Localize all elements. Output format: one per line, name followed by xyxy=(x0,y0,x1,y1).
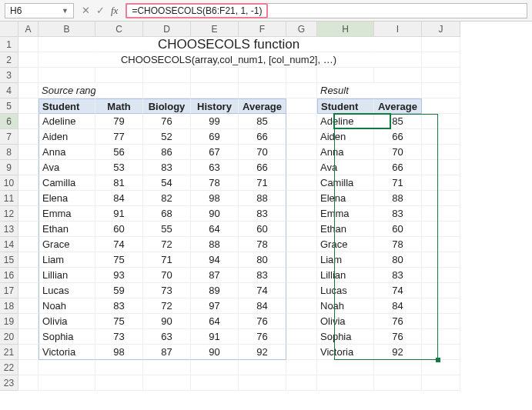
row-header[interactable]: 13 xyxy=(0,222,18,237)
cell[interactable] xyxy=(317,375,374,391)
cell[interactable] xyxy=(422,114,460,129)
cell[interactable] xyxy=(191,360,239,375)
score-cell[interactable]: 76 xyxy=(239,314,286,329)
cell[interactable] xyxy=(286,345,317,360)
col-header[interactable]: G xyxy=(286,22,317,37)
result-value[interactable]: 76 xyxy=(374,314,422,329)
score-cell[interactable]: 83 xyxy=(239,268,286,283)
score-cell[interactable]: 90 xyxy=(191,345,239,360)
cell[interactable] xyxy=(38,360,95,375)
cell[interactable] xyxy=(18,175,38,191)
result-value[interactable]: 92 xyxy=(374,345,422,360)
cell[interactable] xyxy=(18,160,38,175)
score-cell[interactable]: 83 xyxy=(143,160,191,175)
score-cell[interactable]: 53 xyxy=(95,160,143,175)
cell[interactable] xyxy=(286,329,317,345)
score-cell[interactable]: 66 xyxy=(239,129,286,145)
cell[interactable] xyxy=(286,222,317,237)
cell[interactable] xyxy=(286,237,317,252)
result-name[interactable]: Aiden xyxy=(317,129,374,145)
cell[interactable] xyxy=(422,222,460,237)
cell[interactable] xyxy=(422,360,460,375)
score-cell[interactable]: 76 xyxy=(239,329,286,345)
result-name[interactable]: Sophia xyxy=(317,329,374,345)
score-cell[interactable]: 56 xyxy=(95,145,143,160)
cell[interactable] xyxy=(422,129,460,145)
row-header[interactable]: 5 xyxy=(0,98,18,114)
score-cell[interactable]: 70 xyxy=(239,145,286,160)
student-name[interactable]: Elena xyxy=(38,191,95,206)
cell[interactable] xyxy=(286,68,317,83)
student-name[interactable]: Grace xyxy=(38,237,95,252)
score-cell[interactable]: 60 xyxy=(239,222,286,237)
student-name[interactable]: Lucas xyxy=(38,283,95,298)
score-cell[interactable]: 78 xyxy=(239,237,286,252)
cell[interactable] xyxy=(18,237,38,252)
row-header[interactable]: 16 xyxy=(0,268,18,283)
cell[interactable]: CHOOSECOLS(array,col_num1, [col_num2], …… xyxy=(143,52,191,68)
cell[interactable] xyxy=(191,68,239,83)
cell[interactable] xyxy=(95,360,143,375)
result-value[interactable]: 78 xyxy=(374,237,422,252)
result-name[interactable]: Anna xyxy=(317,145,374,160)
cell[interactable] xyxy=(422,206,460,222)
result-name[interactable]: Lucas xyxy=(317,283,374,298)
cell[interactable] xyxy=(286,314,317,329)
fx-icon[interactable]: fx xyxy=(111,5,118,17)
score-cell[interactable]: 85 xyxy=(239,114,286,129)
cell[interactable] xyxy=(286,206,317,222)
cell[interactable] xyxy=(422,191,460,206)
score-cell[interactable]: 75 xyxy=(95,252,143,268)
score-cell[interactable]: 72 xyxy=(143,237,191,252)
cancel-icon[interactable]: ✕ xyxy=(82,5,90,16)
cell[interactable] xyxy=(422,329,460,345)
result-name[interactable]: Victoria xyxy=(317,345,374,360)
score-cell[interactable]: 54 xyxy=(143,175,191,191)
cell[interactable] xyxy=(143,360,191,375)
cell[interactable] xyxy=(18,252,38,268)
result-value[interactable]: 84 xyxy=(374,298,422,314)
result-value[interactable]: 70 xyxy=(374,145,422,160)
col-header[interactable]: F xyxy=(239,22,286,37)
cell[interactable] xyxy=(191,375,239,391)
col-header[interactable]: J xyxy=(422,22,460,37)
cell[interactable] xyxy=(286,160,317,175)
score-cell[interactable]: 99 xyxy=(191,114,239,129)
cell[interactable] xyxy=(422,237,460,252)
col-header[interactable]: I xyxy=(374,22,422,37)
score-cell[interactable]: 94 xyxy=(191,252,239,268)
cell[interactable] xyxy=(422,98,460,114)
formula-input[interactable]: =CHOOSECOLS(B6:F21, 1, -1) xyxy=(125,3,268,18)
cell[interactable] xyxy=(239,68,286,83)
score-cell[interactable]: 79 xyxy=(95,114,143,129)
cell[interactable] xyxy=(374,83,422,98)
score-cell[interactable]: 91 xyxy=(191,329,239,345)
score-cell[interactable]: 87 xyxy=(143,345,191,360)
cell[interactable] xyxy=(18,98,38,114)
cell[interactable] xyxy=(18,68,38,83)
cell[interactable] xyxy=(286,360,317,375)
result-value[interactable]: 85 xyxy=(374,114,422,129)
result-value[interactable]: 83 xyxy=(374,268,422,283)
score-cell[interactable]: 87 xyxy=(191,268,239,283)
score-cell[interactable]: 67 xyxy=(191,145,239,160)
score-cell[interactable]: 60 xyxy=(95,222,143,237)
row-header[interactable]: 15 xyxy=(0,252,18,268)
row-header[interactable]: 2 xyxy=(0,52,18,68)
cell[interactable] xyxy=(18,345,38,360)
score-cell[interactable]: 64 xyxy=(191,314,239,329)
cell[interactable] xyxy=(422,68,460,83)
score-cell[interactable]: 63 xyxy=(143,329,191,345)
result-name[interactable]: Noah xyxy=(317,298,374,314)
result-name[interactable]: Lillian xyxy=(317,268,374,283)
result-name[interactable]: Camilla xyxy=(317,175,374,191)
cell[interactable] xyxy=(422,160,460,175)
score-cell[interactable]: 66 xyxy=(239,160,286,175)
score-cell[interactable]: 84 xyxy=(239,298,286,314)
row-header[interactable]: 3 xyxy=(0,68,18,83)
result-value[interactable]: 60 xyxy=(374,222,422,237)
cell[interactable] xyxy=(422,268,460,283)
cell[interactable] xyxy=(38,375,95,391)
cell[interactable] xyxy=(239,83,286,98)
cell[interactable] xyxy=(286,191,317,206)
